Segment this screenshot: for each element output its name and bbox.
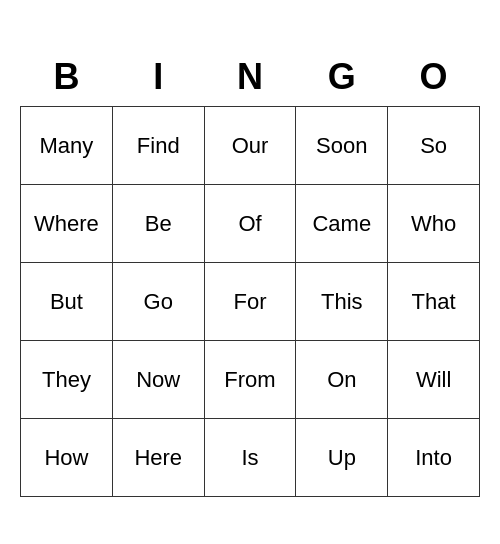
bingo-cell-2-2: For bbox=[204, 263, 296, 341]
header-col-o: O bbox=[388, 47, 480, 107]
header-col-n: N bbox=[204, 47, 296, 107]
bingo-cell-1-1: Be bbox=[112, 185, 204, 263]
bingo-cell-4-4: Into bbox=[388, 419, 480, 497]
bingo-cell-1-4: Who bbox=[388, 185, 480, 263]
bingo-body: ManyFindOurSoonSoWhereBeOfCameWhoButGoFo… bbox=[21, 107, 480, 497]
bingo-cell-2-1: Go bbox=[112, 263, 204, 341]
bingo-cell-3-0: They bbox=[21, 341, 113, 419]
bingo-cell-2-4: That bbox=[388, 263, 480, 341]
bingo-card: BINGO ManyFindOurSoonSoWhereBeOfCameWhoB… bbox=[20, 47, 480, 498]
header-col-b: B bbox=[21, 47, 113, 107]
bingo-cell-0-4: So bbox=[388, 107, 480, 185]
header-col-i: I bbox=[112, 47, 204, 107]
bingo-cell-4-3: Up bbox=[296, 419, 388, 497]
bingo-cell-3-1: Now bbox=[112, 341, 204, 419]
bingo-cell-0-3: Soon bbox=[296, 107, 388, 185]
bingo-cell-1-0: Where bbox=[21, 185, 113, 263]
bingo-row-3: TheyNowFromOnWill bbox=[21, 341, 480, 419]
bingo-row-0: ManyFindOurSoonSo bbox=[21, 107, 480, 185]
header-col-g: G bbox=[296, 47, 388, 107]
bingo-cell-0-0: Many bbox=[21, 107, 113, 185]
bingo-cell-4-2: Is bbox=[204, 419, 296, 497]
bingo-cell-4-0: How bbox=[21, 419, 113, 497]
bingo-row-2: ButGoForThisThat bbox=[21, 263, 480, 341]
bingo-cell-1-3: Came bbox=[296, 185, 388, 263]
bingo-cell-4-1: Here bbox=[112, 419, 204, 497]
bingo-cell-3-3: On bbox=[296, 341, 388, 419]
bingo-header-row: BINGO bbox=[21, 47, 480, 107]
bingo-cell-3-2: From bbox=[204, 341, 296, 419]
bingo-cell-2-0: But bbox=[21, 263, 113, 341]
bingo-row-1: WhereBeOfCameWho bbox=[21, 185, 480, 263]
bingo-cell-2-3: This bbox=[296, 263, 388, 341]
bingo-cell-3-4: Will bbox=[388, 341, 480, 419]
bingo-cell-1-2: Of bbox=[204, 185, 296, 263]
bingo-cell-0-2: Our bbox=[204, 107, 296, 185]
bingo-row-4: HowHereIsUpInto bbox=[21, 419, 480, 497]
bingo-cell-0-1: Find bbox=[112, 107, 204, 185]
